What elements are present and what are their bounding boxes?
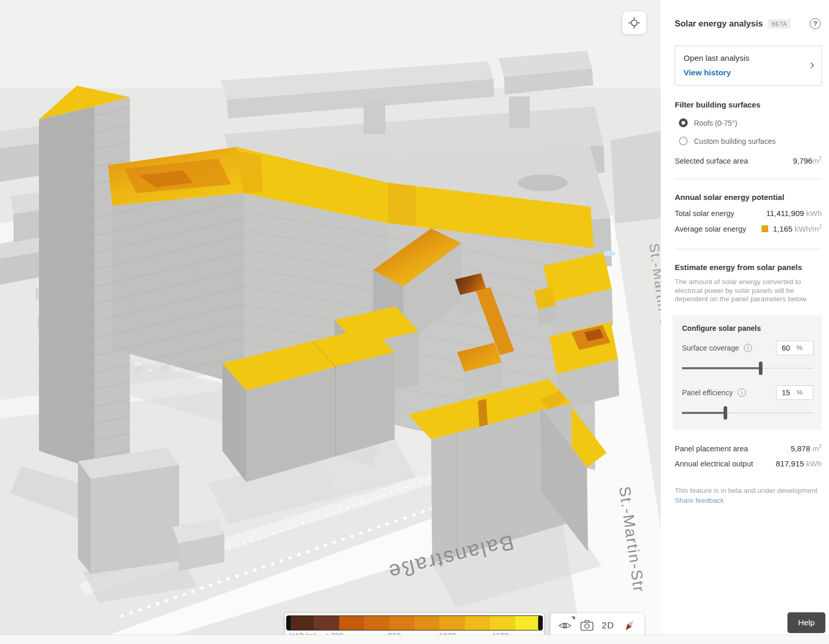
legend-color-segment <box>314 616 339 630</box>
average-color-chip <box>761 225 768 232</box>
panel-efficiency-row: Panel efficiency i 15 % <box>682 385 813 400</box>
radio-custom-label: Custom building surfaces <box>694 137 775 145</box>
total-solar-energy-value: 11,411,909 kWh <box>766 209 822 218</box>
selected-surface-area-value: 9,796m2 <box>793 156 822 165</box>
legend-color-segment <box>289 616 314 630</box>
selected-surface-area-label: Selected surface area <box>675 157 748 165</box>
surface-coverage-slider[interactable] <box>682 361 813 375</box>
map-3d-canvas[interactable]: Balanstraße St.-Martin-Str St.-Martin-St… <box>0 0 661 636</box>
surface-coverage-label: Surface coverage <box>682 344 739 352</box>
map-scene: Balanstraße St.-Martin-Str St.-Martin-St… <box>0 0 661 636</box>
panel-placement-area-row: Panel placement area 5,878 m2 <box>675 444 822 453</box>
filter-section-title: Filter building surfaces <box>675 100 822 109</box>
surface-coverage-input[interactable]: 60 % <box>776 341 813 355</box>
app-window: Balanstraße St.-Martin-Str St.-Martin-St… <box>0 0 829 644</box>
eye-icon <box>558 620 572 631</box>
divider <box>675 249 822 249</box>
visibility-button[interactable] <box>558 618 572 633</box>
annual-electrical-output-row: Annual electrical output 817,915 kWh <box>675 459 822 468</box>
beta-note: This feature is in beta and under develo… <box>675 487 822 494</box>
potential-section-title: Annual solar energy potential <box>675 193 822 202</box>
average-solar-energy-row: Average solar energy 1,165 kWh/m2 <box>675 224 822 233</box>
slider-handle[interactable] <box>724 406 727 420</box>
compass-icon <box>622 618 637 633</box>
legend-color-segment <box>390 616 414 630</box>
screenshot-button[interactable] <box>580 618 594 633</box>
panel-efficiency-label: Panel efficiency <box>682 388 733 397</box>
share-feedback-link[interactable]: Share feedback <box>675 497 822 504</box>
info-icon[interactable]: i <box>738 388 746 397</box>
open-last-analysis-card[interactable]: Open last analysis View history › <box>675 46 822 86</box>
legend-min-handle[interactable] <box>286 615 291 630</box>
help-button[interactable]: Help <box>787 612 825 633</box>
panel-placement-area-label: Panel placement area <box>675 445 748 453</box>
configure-solar-panels-box: Configure solar panels Surface coverage … <box>673 315 822 430</box>
beta-badge: BETA <box>768 19 791 29</box>
toggle-2d-button[interactable]: 2D <box>602 618 614 633</box>
average-solar-energy-label: Average solar energy <box>675 225 746 233</box>
info-icon[interactable]: i <box>744 344 752 352</box>
compass-button[interactable] <box>622 618 637 633</box>
annual-electrical-output-value: 817,915 kWh <box>776 459 822 468</box>
crosshair-icon <box>627 16 641 30</box>
selected-surface-area-row: Selected surface area 9,796m2 <box>675 156 822 165</box>
panel-title: Solar energy analysis <box>675 19 763 29</box>
legend-color-segment <box>414 616 439 630</box>
eye-dropdown-caret <box>571 616 575 620</box>
solar-analysis-panel: Solar energy analysis BETA ? Open last a… <box>661 0 829 644</box>
total-solar-energy-label: Total solar energy <box>675 209 734 218</box>
panel-efficiency-slider[interactable] <box>682 406 813 420</box>
open-last-analysis-label: Open last analysis <box>684 53 813 63</box>
radio-custom-surfaces[interactable]: Custom building surfaces <box>679 137 822 145</box>
viewport-bottom-strip <box>0 635 829 644</box>
chevron-right-icon: › <box>810 57 814 73</box>
surface-coverage-row: Surface coverage i 60 % <box>682 341 813 355</box>
total-solar-energy-row: Total solar energy 11,411,909 kWh <box>675 209 822 218</box>
legend-color-segment <box>515 616 540 630</box>
legend-color-segment <box>490 616 515 630</box>
radio-unselected-icon[interactable] <box>679 137 688 145</box>
panel-placement-area-value: 5,878 m2 <box>791 444 822 453</box>
estimate-section-description: The amount of solar energy converted to … <box>675 278 811 304</box>
annual-electrical-output-label: Annual electrical output <box>675 460 753 468</box>
configure-title: Configure solar panels <box>682 324 813 332</box>
panel-header: Solar energy analysis BETA ? <box>675 19 822 29</box>
estimate-section-title: Estimate energy from solar panels <box>675 263 822 272</box>
camera-icon <box>580 620 594 631</box>
divider <box>675 179 822 179</box>
panel-efficiency-input[interactable]: 15 % <box>776 385 813 400</box>
radio-roofs[interactable]: Roofs (0-75°) <box>679 118 822 127</box>
legend-color-segment <box>364 616 389 630</box>
view-history-link[interactable]: View history <box>684 68 813 77</box>
legend-max-handle[interactable] <box>538 615 543 630</box>
slider-handle[interactable] <box>759 361 763 375</box>
locate-button[interactable] <box>622 11 646 34</box>
legend-color-segment <box>465 616 490 630</box>
radio-roofs-label: Roofs (0-75°) <box>694 119 737 127</box>
help-icon[interactable]: ? <box>810 18 821 29</box>
legend-color-segment <box>339 616 364 630</box>
radio-selected-icon[interactable] <box>679 118 688 127</box>
average-solar-energy-value: 1,165 kWh/m2 <box>761 224 822 233</box>
legend-bar <box>288 615 541 630</box>
legend-color-segment <box>439 616 464 630</box>
